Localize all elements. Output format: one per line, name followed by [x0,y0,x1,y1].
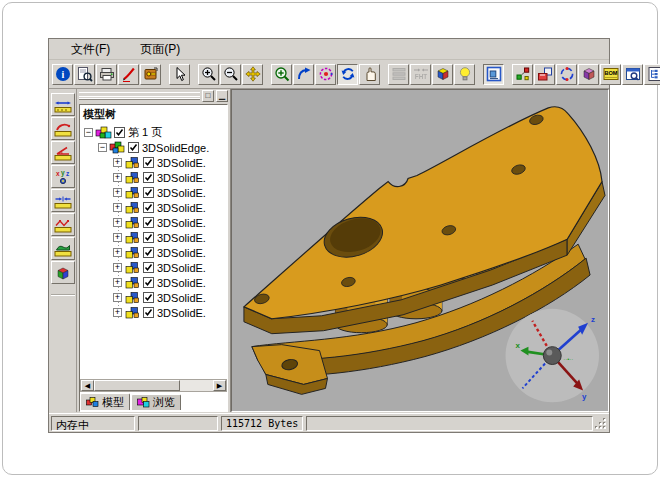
frame-mode-button[interactable] [483,64,504,85]
part-checkbox[interactable] [143,172,154,183]
bom-button[interactable]: BOM [600,64,621,85]
expand-icon[interactable]: + [113,308,122,317]
menu-file[interactable]: 文件(F) [63,39,118,60]
tree-item-part[interactable]: + 3DSolidE. [80,215,227,230]
dim-length-button[interactable] [51,93,75,116]
part-node-icon [124,291,141,304]
panel-float-button[interactable]: □ [202,90,214,102]
part-checkbox[interactable] [143,247,154,258]
axis-center-label: ··•·· [563,356,573,362]
tree-item-part[interactable]: + 3DSolidE. [80,245,227,260]
expand-icon[interactable]: + [113,263,122,272]
page-checkbox[interactable] [114,127,125,138]
capture-button[interactable] [534,64,555,85]
report-window-icon [625,66,641,82]
expand-icon[interactable]: + [113,158,122,167]
explode-button[interactable] [512,64,533,85]
tree-item-part[interactable]: + 3DSolidE. [80,290,227,305]
section-button[interactable] [578,64,599,85]
assembly-node-icon [109,141,126,154]
orientation-widget[interactable]: z x y ··•·· [506,309,599,402]
tree-item-part[interactable]: + 3DSolidE. [80,260,227,275]
info-button[interactable]: i [52,64,73,85]
tree-item-part[interactable]: + 3DSolidE. [80,155,227,170]
expand-icon[interactable]: + [113,218,122,227]
collapse-icon[interactable]: − [84,128,93,137]
dim-radius-icon [54,121,72,137]
zoom-in-icon [201,66,217,82]
tree-horizontal-scrollbar[interactable]: ◀ ▶ [80,379,227,392]
tree-item-page[interactable]: − 第 1 页 [80,125,227,140]
tree-item-part[interactable]: + 3DSolidE. [80,230,227,245]
part-checkbox[interactable] [143,277,154,288]
layers-button[interactable] [388,64,409,85]
tab-browse[interactable]: 浏览 [131,394,181,410]
dim-angle-button[interactable] [51,141,75,164]
render-mode-button[interactable] [432,64,453,85]
tab-model[interactable]: 模型 [80,393,130,410]
rotate-view-button[interactable] [293,64,314,85]
pan-button[interactable] [242,64,263,85]
zoom-window-button[interactable] [271,64,292,85]
orbit-button[interactable] [315,64,336,85]
tree-item-part[interactable]: + 3DSolidE. [80,275,227,290]
panel-hide-button[interactable]: ▁ [216,90,228,102]
tree-item-assembly[interactable]: − 3DSolidEdge. [80,140,227,155]
part-label: 3DSolidE. [157,292,206,304]
dim-distance-button[interactable] [51,189,75,212]
light-button[interactable] [454,64,475,85]
print-preview-button[interactable] [74,64,95,85]
collapse-icon[interactable]: − [98,143,107,152]
export-button[interactable] [140,64,161,85]
expand-icon[interactable]: + [113,293,122,302]
part-checkbox[interactable] [143,217,154,228]
dim-curve-button[interactable] [51,213,75,236]
app-window: 文件(F) 页面(P) i FHT BOM [48,38,610,433]
zoom-in-button[interactable] [198,64,219,85]
animate-button[interactable] [556,64,577,85]
part-checkbox[interactable] [143,292,154,303]
part-node-icon [124,216,141,229]
menu-page[interactable]: 页面(P) [132,39,188,60]
part-checkbox[interactable] [143,157,154,168]
scroll-left-arrow[interactable]: ◀ [81,380,94,391]
tree-item-part[interactable]: + 3DSolidE. [80,305,227,320]
refresh-view-button[interactable] [337,64,358,85]
zoom-out-button[interactable] [220,64,241,85]
part-checkbox[interactable] [143,262,154,273]
dim-coordinate-button[interactable]: xyz [51,165,75,188]
tree-view-button[interactable] [644,64,660,85]
orbit-icon [318,66,334,82]
fit-width-button[interactable]: FHT [410,64,431,85]
dim-radius-button[interactable] [51,117,75,140]
expand-icon[interactable]: + [113,233,122,242]
expand-icon[interactable]: + [113,188,122,197]
scroll-right-arrow[interactable]: ▶ [213,380,226,391]
hand-pan-button[interactable] [359,64,380,85]
select-button[interactable] [169,64,190,85]
tree-item-part[interactable]: + 3DSolidE. [80,170,227,185]
panel-grip-bar[interactable]: □ ▁ [77,89,230,103]
report-button[interactable] [622,64,643,85]
part-checkbox[interactable] [143,307,154,318]
expand-icon[interactable]: + [113,278,122,287]
dim-area-button[interactable] [51,237,75,260]
redline-button[interactable] [118,64,139,85]
resize-grip[interactable] [595,416,607,430]
dim-distance-icon [54,193,72,209]
part-checkbox[interactable] [143,232,154,243]
part-checkbox[interactable] [143,202,154,213]
tree-item-part[interactable]: + 3DSolidE. [80,200,227,215]
expand-icon[interactable]: + [113,173,122,182]
expand-icon[interactable]: + [113,203,122,212]
3d-viewport[interactable]: z x y ··•·· [231,89,609,412]
panel-title: 模型树 [80,105,227,125]
part-checkbox[interactable] [143,187,154,198]
part-label: 3DSolidE. [157,172,206,184]
print-button[interactable] [96,64,117,85]
scroll-thumb[interactable] [94,380,180,391]
dim-volume-button[interactable] [51,261,75,284]
assembly-checkbox[interactable] [128,142,139,153]
expand-icon[interactable]: + [113,248,122,257]
tree-item-part[interactable]: + 3DSolidE. [80,185,227,200]
